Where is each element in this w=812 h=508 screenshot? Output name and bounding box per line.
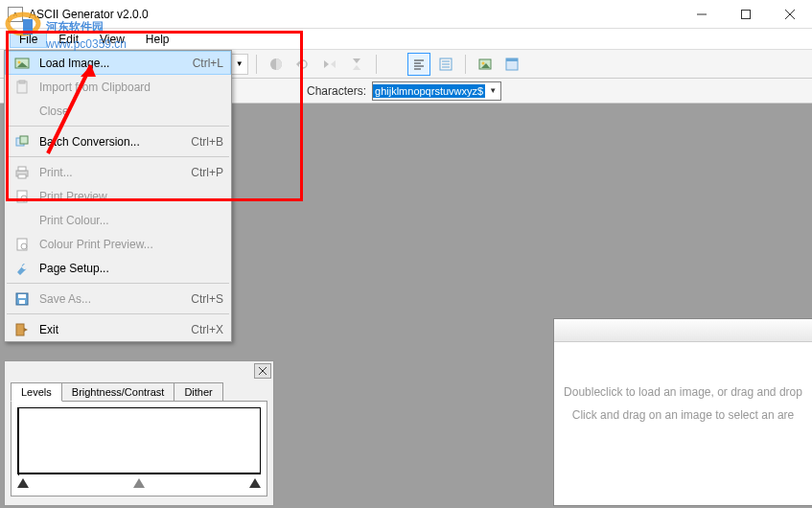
menu-edit[interactable]: Edit xyxy=(49,31,88,48)
menu-label: Colour Print Preview... xyxy=(39,238,223,251)
tab-levels[interactable]: Levels xyxy=(11,382,62,402)
menu-load-image[interactable]: Load Image... Ctrl+L xyxy=(5,51,231,75)
close-icon xyxy=(785,10,795,19)
tab-brightness-contrast[interactable]: Brightness/Contrast xyxy=(61,382,175,402)
menu-label: Close xyxy=(39,104,223,118)
menu-label: Page Setup... xyxy=(39,262,223,275)
menu-help[interactable]: Help xyxy=(136,31,179,48)
preview-hint-1: Doubleclick to load an image, or drag an… xyxy=(564,381,802,404)
menu-print-preview[interactable]: Print Preview... xyxy=(5,184,231,208)
menu-file[interactable]: File xyxy=(10,31,47,48)
panel-close-button[interactable] xyxy=(254,363,271,379)
menu-separator xyxy=(7,283,229,284)
minimize-icon xyxy=(697,10,707,19)
menu-label: Exit xyxy=(39,323,172,336)
menu-page-setup[interactable]: Page Setup... xyxy=(5,256,231,280)
save-icon xyxy=(12,289,32,309)
svg-marker-7 xyxy=(331,60,336,68)
preview-hint-2: Click and drag on an image to select an … xyxy=(564,404,802,427)
tool-circle[interactable] xyxy=(265,53,288,76)
tool-align-center[interactable] xyxy=(434,53,457,76)
tool-image1[interactable] xyxy=(474,53,497,76)
blank-icon xyxy=(12,102,32,121)
levels-tabs: Levels Brightness/Contrast Dither xyxy=(11,382,273,402)
refresh-icon xyxy=(295,57,311,72)
app-icon: A xyxy=(8,7,23,22)
svg-point-24 xyxy=(18,60,21,63)
menu-label: Print Preview... xyxy=(39,190,223,203)
maximize-button[interactable] xyxy=(724,0,768,29)
menu-label: Print... xyxy=(39,166,172,179)
menu-label: Print Colour... xyxy=(39,214,223,227)
svg-rect-40 xyxy=(16,324,24,335)
svg-rect-22 xyxy=(506,58,518,61)
separator xyxy=(465,55,466,74)
svg-rect-29 xyxy=(20,136,28,144)
print-preview-icon xyxy=(12,235,32,254)
histogram xyxy=(17,407,261,474)
tool-flip-v[interactable] xyxy=(345,53,368,76)
separator xyxy=(376,55,377,74)
levels-body xyxy=(11,401,267,496)
menu-import-clipboard[interactable]: Import from Clipboard xyxy=(5,75,231,99)
svg-marker-5 xyxy=(296,61,299,67)
file-dropdown-menu: Load Image... Ctrl+L Import from Clipboa… xyxy=(4,50,232,342)
image-icon xyxy=(12,54,32,73)
menu-print-colour[interactable]: Print Colour... xyxy=(5,208,231,232)
slider-mid[interactable] xyxy=(133,478,145,488)
menu-shortcut: Ctrl+B xyxy=(191,135,223,149)
svg-marker-6 xyxy=(324,60,329,68)
printer-icon xyxy=(12,163,32,182)
svg-rect-38 xyxy=(18,294,26,298)
menubar: File Edit View Help xyxy=(0,29,812,50)
batch-icon xyxy=(12,132,32,151)
minimize-button[interactable] xyxy=(680,0,724,29)
levels-sliders xyxy=(17,478,261,488)
svg-marker-8 xyxy=(353,58,360,63)
characters-value: ghijklmnopqrstuvwxyz$ xyxy=(373,84,485,98)
close-button[interactable] xyxy=(768,0,812,29)
svg-rect-27 xyxy=(19,81,25,83)
svg-marker-9 xyxy=(353,65,360,70)
menu-separator xyxy=(7,313,229,314)
menu-batch-conversion[interactable]: Batch Conversion... Ctrl+B xyxy=(5,129,231,153)
tool-image2[interactable] xyxy=(500,53,523,76)
preview-panel[interactable]: Doubleclick to load an image, or drag an… xyxy=(553,318,812,506)
svg-rect-31 xyxy=(18,167,26,171)
clipboard-icon xyxy=(12,78,32,97)
menu-colour-print-preview[interactable]: Colour Print Preview... xyxy=(5,232,231,256)
svg-marker-41 xyxy=(24,328,28,332)
maximize-icon xyxy=(741,10,751,19)
menu-view[interactable]: View xyxy=(90,31,134,48)
svg-rect-32 xyxy=(18,174,26,178)
characters-input[interactable]: ghijklmnopqrstuvwxyz$ ▼ xyxy=(372,81,501,101)
svg-point-19 xyxy=(481,61,484,64)
chevron-down-icon: ▼ xyxy=(236,59,244,68)
menu-shortcut: Ctrl+P xyxy=(191,166,223,179)
menu-shortcut: Ctrl+X xyxy=(191,323,223,336)
svg-rect-39 xyxy=(19,300,25,304)
titlebar: A ASCII Generator v2.0.0 xyxy=(0,0,812,29)
menu-close[interactable]: Close xyxy=(5,99,231,123)
characters-label: Characters: xyxy=(307,84,366,98)
menu-exit[interactable]: Exit Ctrl+X xyxy=(5,317,231,341)
svg-rect-1 xyxy=(742,10,751,18)
tool-refresh[interactable] xyxy=(291,53,314,76)
align-left-icon xyxy=(411,57,427,72)
menu-save-as[interactable]: Save As... Ctrl+S xyxy=(5,287,231,311)
close-icon xyxy=(259,367,267,375)
chevron-down-icon: ▼ xyxy=(485,86,500,95)
window-title: ASCII Generator v2.0.0 xyxy=(29,8,149,21)
preview-body: Doubleclick to load an image, or drag an… xyxy=(554,342,812,465)
menu-separator xyxy=(7,156,229,157)
tab-dither[interactable]: Dither xyxy=(174,382,222,402)
slider-white[interactable] xyxy=(249,478,261,488)
menu-separator xyxy=(7,126,229,127)
separator xyxy=(256,55,257,74)
menu-shortcut: Ctrl+S xyxy=(191,292,223,306)
tool-flip-h[interactable] xyxy=(318,53,341,76)
tool-align-left[interactable] xyxy=(407,53,430,76)
slider-black[interactable] xyxy=(17,478,29,488)
menu-label: Load Image... xyxy=(39,57,174,70)
menu-print[interactable]: Print... Ctrl+P xyxy=(5,160,231,184)
